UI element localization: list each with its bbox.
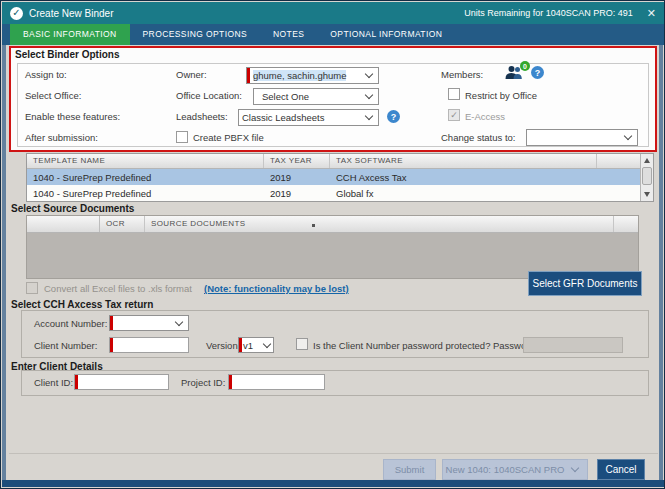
column-blank bbox=[597, 154, 640, 168]
template-table-scrollbar[interactable] bbox=[640, 154, 653, 201]
functionality-note-link[interactable]: (Note: functionality may be lost) bbox=[204, 283, 349, 294]
chevron-down-icon bbox=[365, 91, 373, 99]
binder-options-title: Select Binder Options bbox=[15, 49, 119, 60]
password-protected-label: Is the Client Number password protected? bbox=[313, 340, 490, 351]
window-title: Create New Binder bbox=[29, 8, 113, 19]
leadsheets-value: Classic Leadsheets bbox=[239, 112, 363, 123]
chevron-down-icon bbox=[365, 70, 373, 78]
leadsheets-select[interactable]: Classic Leadsheets bbox=[238, 109, 379, 126]
tab-basic-information[interactable]: BASIC INFORMATION bbox=[10, 24, 130, 45]
required-marker bbox=[110, 338, 113, 352]
office-location-label: Office Location: bbox=[176, 90, 242, 101]
column-blank bbox=[614, 216, 638, 232]
template-row[interactable]: 1040 - SurePrep Predefined 2019 CCH Axce… bbox=[27, 169, 640, 185]
client-details-group: Client ID: Project ID: bbox=[21, 370, 649, 396]
client-number-label: Client Number: bbox=[34, 340, 97, 351]
required-marker bbox=[229, 375, 232, 389]
leadsheets-label: Leadsheets: bbox=[176, 111, 228, 122]
cancel-button[interactable]: Cancel bbox=[597, 459, 645, 480]
password-protected-checkbox[interactable] bbox=[296, 338, 308, 350]
required-marker bbox=[110, 316, 113, 330]
client-id-input[interactable] bbox=[74, 374, 169, 390]
owner-label: Owner: bbox=[176, 69, 207, 80]
owner-select[interactable]: ghume, sachin.ghume bbox=[246, 67, 379, 84]
office-location-select[interactable]: Select One bbox=[253, 88, 379, 105]
password-input bbox=[523, 337, 623, 353]
project-id-input[interactable] bbox=[228, 374, 325, 390]
eaccess-label: E-Access bbox=[465, 111, 505, 122]
template-name-cell: 1040 - SurePrep Predefined bbox=[27, 188, 264, 199]
column-ocr: OCR bbox=[100, 216, 145, 232]
client-id-label: Client ID: bbox=[34, 377, 73, 388]
version-select[interactable]: v1 bbox=[238, 337, 274, 353]
source-documents-header: OCR SOURCE DOCUMENTS bbox=[27, 216, 638, 233]
version-label: Version: bbox=[206, 340, 240, 351]
restrict-by-office-checkbox[interactable] bbox=[448, 88, 460, 100]
column-source-documents: SOURCE DOCUMENTS bbox=[145, 216, 614, 232]
account-number-select[interactable] bbox=[109, 315, 189, 331]
chevron-down-icon bbox=[263, 339, 271, 347]
chevron-down-icon bbox=[365, 112, 373, 120]
cch-return-title: Select CCH Axcess Tax return bbox=[11, 299, 153, 310]
account-number-label: Account Number: bbox=[34, 318, 107, 329]
template-table-header: TEMPLATE NAME TAX YEAR TAX SOFTWARE bbox=[27, 154, 640, 169]
tax-year-cell: 2019 bbox=[264, 172, 330, 183]
create-pbfx-checkbox[interactable] bbox=[176, 131, 188, 143]
frame-bottom bbox=[2, 480, 665, 487]
tab-optional-information[interactable]: OPTIONAL INFORMATION bbox=[317, 24, 455, 45]
column-tax-software: TAX SOFTWARE bbox=[330, 154, 597, 168]
tab-bar: BASIC INFORMATION PROCESSING OPTIONS NOT… bbox=[2, 24, 665, 45]
project-id-label: Project ID: bbox=[181, 377, 225, 388]
leadsheets-help-icon[interactable]: ? bbox=[387, 110, 400, 123]
frame-left bbox=[2, 24, 6, 482]
title-bar: ✓ Create New Binder Units Remaining for … bbox=[2, 2, 665, 24]
chevron-down-icon bbox=[571, 464, 579, 472]
create-new-binder-dialog: ✓ Create New Binder Units Remaining for … bbox=[0, 0, 665, 489]
convert-excel-checkbox bbox=[26, 282, 38, 294]
change-status-label: Change status to: bbox=[441, 132, 515, 143]
members-count-badge: 0 bbox=[520, 61, 530, 71]
select-gfr-documents-button[interactable]: Select GFR Documents bbox=[528, 271, 642, 296]
chevron-down-icon bbox=[175, 317, 183, 325]
tab-notes[interactable]: NOTES bbox=[260, 24, 317, 45]
change-status-select[interactable] bbox=[526, 129, 638, 146]
binder-check-icon: ✓ bbox=[10, 7, 23, 20]
owner-value-text: ghume, sachin.ghume bbox=[253, 70, 346, 81]
source-documents-table: OCR SOURCE DOCUMENTS bbox=[26, 215, 639, 279]
version-value: v1 bbox=[242, 340, 261, 351]
submit-button[interactable]: Submit bbox=[383, 459, 436, 480]
source-documents-title: Select Source Documents bbox=[11, 203, 134, 214]
template-row[interactable]: 1040 - SurePrep Predefined 2019 Global f… bbox=[27, 185, 640, 201]
column-blank bbox=[27, 216, 100, 232]
scroll-down-icon[interactable] bbox=[644, 192, 650, 197]
chevron-down-icon bbox=[624, 132, 632, 140]
cch-return-group: Account Number: Client Number: Version: … bbox=[21, 310, 649, 358]
footer-divider bbox=[9, 453, 658, 454]
restrict-by-office-label: Restrict by Office bbox=[465, 90, 537, 101]
owner-value: ghume, sachin.ghume bbox=[250, 70, 363, 81]
close-icon[interactable]: ✕ bbox=[647, 7, 656, 20]
template-name-cell: 1040 - SurePrep Predefined bbox=[27, 172, 264, 183]
frame-right bbox=[659, 24, 663, 482]
members-help-icon[interactable]: ? bbox=[531, 66, 544, 79]
eaccess-checkbox: ✓ bbox=[448, 109, 460, 121]
check-glyph: ✓ bbox=[12, 8, 20, 18]
tax-software-cell: Global fx bbox=[330, 188, 597, 199]
tax-year-cell: 2019 bbox=[264, 188, 330, 199]
sort-dot-icon bbox=[312, 224, 315, 227]
select-office-label: Select Office: bbox=[25, 90, 81, 101]
tax-software-cell: CCH Axcess Tax bbox=[330, 172, 597, 183]
binder-type-dropdown[interactable]: New 1040: 1040SCAN PRO bbox=[442, 459, 588, 480]
enable-features-label: Enable these features: bbox=[25, 111, 120, 122]
scrollbar-thumb[interactable] bbox=[642, 167, 652, 185]
tab-processing-options[interactable]: PROCESSING OPTIONS bbox=[130, 24, 261, 45]
column-template-name: TEMPLATE NAME bbox=[27, 154, 264, 168]
client-number-input[interactable] bbox=[109, 337, 189, 353]
members-icon[interactable]: 0 bbox=[504, 65, 524, 81]
binder-type-value: New 1040: 1040SCAN PRO bbox=[446, 464, 565, 475]
units-remaining-text: Units Remaining for 1040SCAN PRO: 491 bbox=[464, 8, 633, 18]
members-label: Members: bbox=[441, 69, 483, 80]
scroll-up-icon[interactable] bbox=[644, 158, 650, 163]
create-pbfx-label: Create PBFX file bbox=[193, 132, 264, 143]
template-table: TEMPLATE NAME TAX YEAR TAX SOFTWARE 1040… bbox=[26, 153, 654, 202]
